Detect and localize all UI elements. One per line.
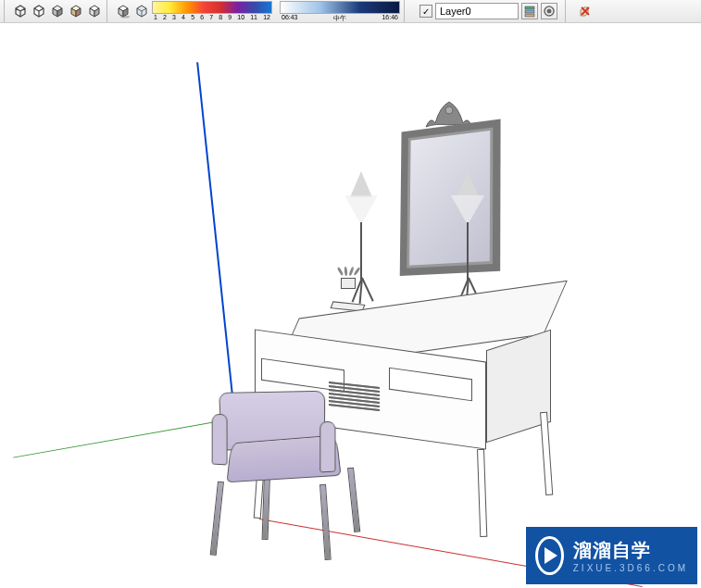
time-slider[interactable]: 06:43 中午 16:46 (280, 1, 400, 21)
layer-manager-button[interactable] (521, 3, 538, 19)
svg-rect-2 (525, 10, 534, 13)
svg-rect-1 (525, 6, 534, 9)
layer-visible-checkbox[interactable]: ✓ (419, 5, 432, 18)
style-mono-icon[interactable] (86, 3, 103, 19)
time-end: 16:46 (382, 14, 398, 21)
month-gradient[interactable] (152, 1, 272, 14)
layer-dropdown[interactable]: Layer0 (435, 3, 519, 19)
toolbar-separator (106, 0, 111, 22)
svg-point-0 (120, 16, 130, 19)
svg-rect-3 (525, 14, 534, 17)
axis-z-blue (196, 62, 238, 440)
style-shaded-icon[interactable] (49, 3, 66, 19)
plant-object[interactable] (341, 278, 356, 289)
xray-toggle-icon[interactable] (133, 3, 150, 19)
model-scene (9, 60, 685, 579)
lamp-right-object[interactable] (449, 171, 491, 222)
time-gradient[interactable] (280, 1, 400, 14)
main-toolbar: 123456789101112 06:43 中午 16:46 ✓ Layer0 (0, 0, 701, 23)
lamp-left-object[interactable] (343, 171, 384, 222)
style-hidden-icon[interactable] (31, 3, 47, 19)
play-icon (535, 536, 564, 575)
style-textured-icon[interactable] (68, 3, 84, 19)
toolbar-separator (565, 0, 570, 22)
viewport-3d[interactable]: 溜溜自学 ZIXUE.3D66.COM (0, 23, 701, 588)
watermark-badge: 溜溜自学 ZIXUE.3D66.COM (526, 527, 697, 584)
shadow-toggle-icon[interactable] (115, 3, 131, 19)
time-mid: 中午 (333, 14, 346, 21)
layer-controls: ✓ Layer0 (419, 3, 557, 19)
svg-point-5 (547, 9, 552, 14)
chair-object[interactable] (176, 384, 361, 569)
time-ticks: 06:43 中午 16:46 (280, 14, 400, 21)
toolbar-separator (4, 0, 8, 22)
style-wireframe-icon[interactable] (12, 3, 29, 19)
delete-icon[interactable] (577, 3, 594, 19)
time-start: 06:43 (282, 14, 298, 21)
watermark-title: 溜溜自学 (573, 538, 688, 563)
watermark-url: ZIXUE.3D66.COM (573, 563, 688, 573)
month-ticks: 123456789101112 (152, 14, 272, 21)
toolbar-separator (404, 0, 408, 22)
month-slider[interactable]: 123456789101112 (152, 1, 272, 21)
layer-color-button[interactable] (541, 3, 557, 19)
svg-point-6 (445, 106, 453, 114)
